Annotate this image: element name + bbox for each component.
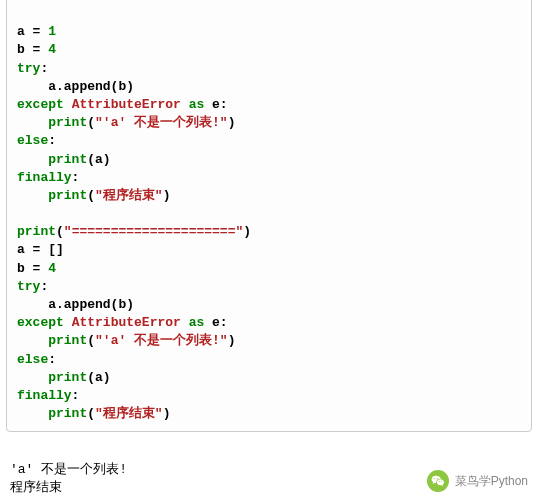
code-line: print(a) bbox=[17, 370, 111, 385]
code-line: finally: bbox=[17, 170, 79, 185]
code-block: a = 1 b = 4 try: a.append(b) except Attr… bbox=[6, 0, 532, 432]
code-line: a.append(b) bbox=[17, 297, 134, 312]
output-line: 'a' 不是一个列表! bbox=[10, 462, 127, 477]
output-line: 程序结束 bbox=[10, 480, 62, 495]
code-line: print("=====================") bbox=[17, 224, 251, 239]
code-line: print("程序结束") bbox=[17, 188, 170, 203]
code-line: a.append(b) bbox=[17, 79, 134, 94]
code-line: except AttributeError as e: bbox=[17, 315, 228, 330]
watermark-text: 菜鸟学Python bbox=[455, 473, 528, 490]
wechat-icon bbox=[427, 470, 449, 492]
code-line: try: bbox=[17, 61, 48, 76]
code-line: a = [] bbox=[17, 242, 64, 257]
code-line: print(a) bbox=[17, 152, 111, 167]
code-line: try: bbox=[17, 279, 48, 294]
code-line: b = 4 bbox=[17, 261, 56, 276]
code-line: else: bbox=[17, 133, 56, 148]
watermark: 菜鸟学Python bbox=[427, 470, 528, 492]
code-line: a = 1 bbox=[17, 24, 56, 39]
code-line: print("'a' 不是一个列表!") bbox=[17, 333, 235, 348]
code-line: except AttributeError as e: bbox=[17, 97, 228, 112]
code-line: print("程序结束") bbox=[17, 406, 170, 421]
code-line: finally: bbox=[17, 388, 79, 403]
code-line: print("'a' 不是一个列表!") bbox=[17, 115, 235, 130]
code-line: b = 4 bbox=[17, 42, 56, 57]
code-line: else: bbox=[17, 352, 56, 367]
